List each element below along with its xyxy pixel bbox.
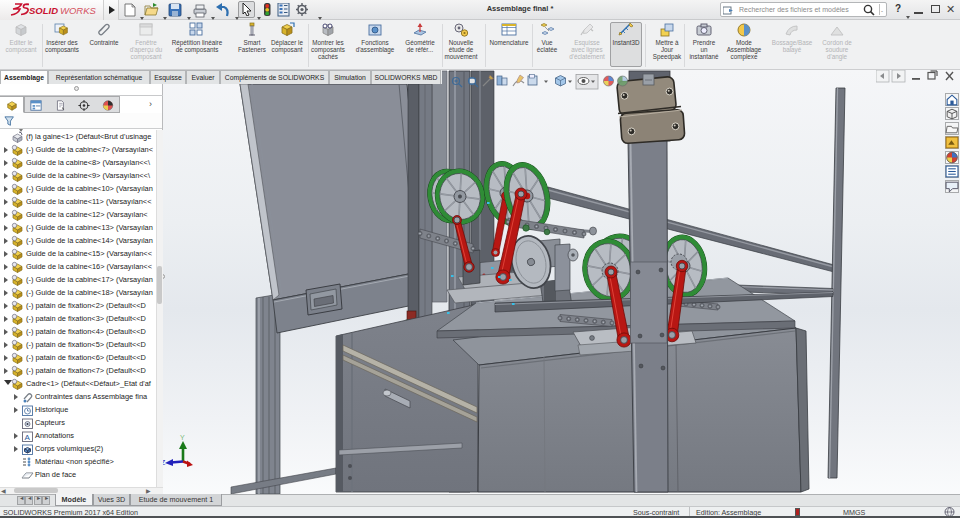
svg-text:Y: Y <box>180 434 185 441</box>
svg-text:SOLID: SOLID <box>29 5 58 16</box>
svg-text:WORKS: WORKS <box>60 5 97 16</box>
svg-text:A: A <box>25 433 31 442</box>
